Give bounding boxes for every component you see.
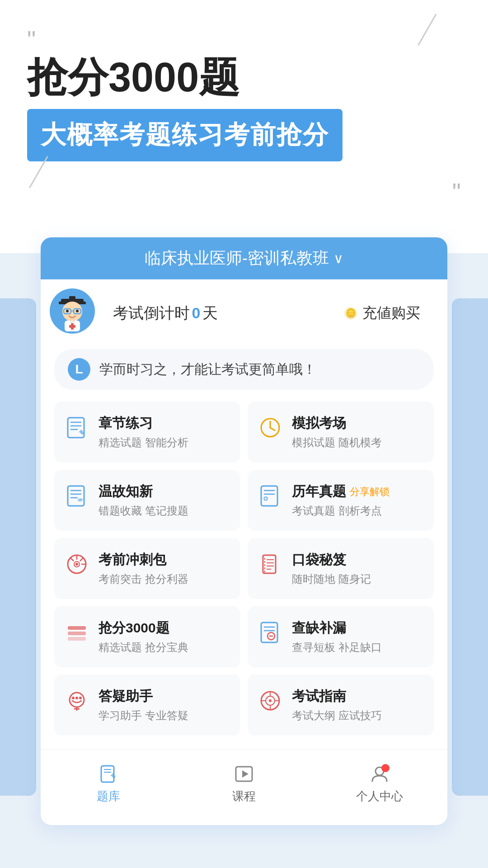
countdown-label: 考试倒计时 <box>113 304 190 321</box>
svg-point-53 <box>72 697 75 699</box>
feature-item-guide[interactable]: 考试指南 考试大纲 应试技巧 <box>248 675 434 736</box>
feature-item-sprint[interactable]: 考前冲刺包 考前突击 抢分利器 <box>54 538 240 599</box>
qa-name: 答疑助手 <box>99 687 231 706</box>
mock-icon <box>257 414 284 441</box>
feature-item-check[interactable]: 查缺补漏 查寻短板 补足缺口 <box>248 606 434 667</box>
bottom-nav: 题库 课程 个人中心 <box>41 749 447 822</box>
sprint-icon <box>63 551 90 578</box>
sprint-desc: 考前突击 抢分利器 <box>99 572 231 586</box>
avatar-illustration <box>52 291 93 331</box>
svg-rect-44 <box>68 626 86 630</box>
feature-item-chapter[interactable]: 章节练习 精选试题 智能分析 <box>54 401 240 462</box>
svg-point-37 <box>75 563 78 566</box>
qa-text: 答疑助手 学习助手 专业答疑 <box>99 687 231 723</box>
recharge-button[interactable]: 🪙 充値购买 <box>333 298 429 329</box>
feature-item-history[interactable]: 历年真题分享解锁 考试真题 剖析考点 <box>248 470 434 531</box>
check-name: 查缺补漏 <box>292 619 425 637</box>
avatar <box>50 288 95 334</box>
tiku-nav-icon <box>98 763 119 785</box>
nav-item-tiku[interactable]: 题库 <box>41 759 176 809</box>
pocket-icon <box>257 551 284 578</box>
pocket-text: 口袋秘笈 随时随地 随身记 <box>292 551 425 586</box>
guide-name: 考试指南 <box>292 687 425 706</box>
quote-text: 学而时习之，才能让考试更简单哦！ <box>99 360 316 379</box>
recharge-icon: 🪙 <box>343 305 359 321</box>
course-nav-icon <box>233 763 255 785</box>
review-icon <box>63 482 90 509</box>
feature-item-mock[interactable]: 模拟考场 模拟试题 随机模考 <box>248 401 434 462</box>
svg-rect-11 <box>69 325 75 328</box>
decorative-diagonal-1 <box>418 14 459 58</box>
chapter-text: 章节练习 精选试题 智能分析 <box>99 414 231 450</box>
guide-icon <box>257 687 284 714</box>
nav-item-course[interactable]: 课程 <box>176 759 312 809</box>
profile-icon-wrap <box>369 763 390 785</box>
svg-rect-46 <box>68 637 86 641</box>
grab3000-desc: 精选试题 抢分宝典 <box>99 640 231 655</box>
hero-title: 抢分3000题 <box>27 55 461 100</box>
review-text: 温故知新 错题收藏 笔记搜题 <box>99 482 231 518</box>
history-name: 历年真题分享解锁 <box>292 482 425 501</box>
svg-marker-69 <box>242 770 249 778</box>
svg-point-55 <box>79 697 82 699</box>
blue-panel-left <box>0 298 36 796</box>
grab3000-name: 抢分3000题 <box>99 619 231 637</box>
svg-rect-2 <box>69 296 75 300</box>
hero-quote-close: " <box>27 178 461 206</box>
history-desc: 考试真题 剖析考点 <box>292 504 425 518</box>
sprint-text: 考前冲刺包 考前突击 抢分利器 <box>99 551 231 586</box>
blue-panel-right <box>452 298 488 796</box>
profile-nav-icon <box>369 763 390 785</box>
svg-point-54 <box>75 697 78 699</box>
mock-name: 模拟考场 <box>292 414 425 433</box>
pocket-name: 口袋秘笈 <box>292 551 425 569</box>
nav-item-profile[interactable]: 个人中心 <box>312 759 447 809</box>
countdown-value: 0 <box>192 304 200 321</box>
grab3000-text: 抢分3000题 精选试题 抢分宝典 <box>99 619 231 655</box>
check-icon <box>257 619 284 646</box>
qa-desc: 学习助手 专业答疑 <box>99 708 231 723</box>
nav-label-tiku: 题库 <box>97 788 120 804</box>
feature-item-grab3000[interactable]: 抢分3000题 精选试题 抢分宝典 <box>54 606 240 667</box>
svg-rect-21 <box>68 486 84 506</box>
history-icon <box>257 482 284 509</box>
pocket-desc: 随时随地 随身记 <box>292 572 425 586</box>
grab3000-icon <box>63 619 90 646</box>
avatar-wrap <box>50 288 99 338</box>
review-name: 温故知新 <box>99 482 231 501</box>
user-row: 考试倒计时 0 天 🪙 充値购买 <box>41 279 447 338</box>
recharge-label: 充値购买 <box>362 303 420 323</box>
feature-item-pocket[interactable]: 口袋秘笈 随时随地 随身记 <box>248 538 434 599</box>
card-header[interactable]: 临床执业医师-密训私教班 ∨ <box>41 237 447 279</box>
svg-rect-45 <box>68 632 86 635</box>
feature-item-qa[interactable]: 答疑助手 学习助手 专业答疑 <box>54 675 240 736</box>
card-header-title: 临床执业医师-密训私教班 <box>145 247 329 269</box>
svg-line-35 <box>70 558 74 561</box>
hero-subtitle-bar: 大概率考题练习考前抢分 <box>27 109 343 161</box>
quote-icon: L <box>68 358 90 381</box>
svg-line-36 <box>80 558 83 561</box>
nav-label-profile: 个人中心 <box>356 788 403 804</box>
nav-label-course: 课程 <box>232 788 256 804</box>
feature-grid: 章节练习 精选试题 智能分析 模拟考场 模拟试题 随机模考 <box>41 394 447 749</box>
hero-subtitle: 大概率考题练习考前抢分 <box>41 120 329 149</box>
mock-desc: 模拟试题 随机模考 <box>292 435 425 450</box>
guide-text: 考试指南 考试大纲 应试技巧 <box>292 687 425 723</box>
main-card: 临床执业医师-密训私教班 ∨ <box>41 237 447 825</box>
chapter-desc: 精选试题 智能分析 <box>99 435 231 450</box>
feature-item-review[interactable]: 温故知新 错题收藏 笔记搜题 <box>54 470 240 531</box>
check-text: 查缺补漏 查寻短板 补足缺口 <box>292 619 425 655</box>
countdown-area: 考试倒计时 0 天 <box>99 303 333 324</box>
countdown-unit: 天 <box>202 304 218 321</box>
chapter-icon <box>63 414 90 441</box>
review-desc: 错题收藏 笔记搜题 <box>99 504 231 518</box>
guide-desc: 考试大纲 应试技巧 <box>292 708 425 723</box>
svg-text:🪙: 🪙 <box>345 307 357 318</box>
svg-line-20 <box>270 428 275 430</box>
svg-point-8 <box>76 310 79 312</box>
svg-rect-65 <box>101 766 114 782</box>
history-badge: 分享解锁 <box>350 485 389 499</box>
profile-badge <box>381 764 389 772</box>
hero-section: " 抢分3000题 大概率考题练习考前抢分 " <box>0 0 488 224</box>
history-text: 历年真题分享解锁 考试真题 剖析考点 <box>292 482 425 518</box>
